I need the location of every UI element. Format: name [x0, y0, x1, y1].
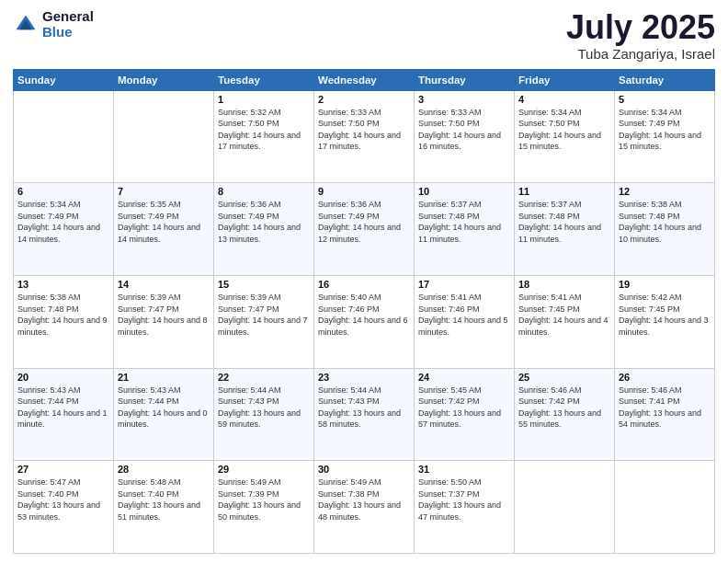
title-block: July 2025 Tuba Zangariya, Israel [566, 9, 715, 62]
day-number: 30 [318, 464, 410, 475]
week-row-3: 13Sunrise: 5:38 AM Sunset: 7:48 PM Dayli… [14, 275, 715, 368]
cell-info: Sunrise: 5:49 AM Sunset: 7:39 PM Dayligh… [218, 477, 310, 523]
calendar-table: SundayMondayTuesdayWednesdayThursdayFrid… [13, 69, 715, 554]
day-number: 11 [518, 186, 610, 197]
day-number: 12 [619, 186, 711, 197]
day-number: 10 [418, 186, 510, 197]
day-number: 16 [318, 279, 410, 290]
cell-info: Sunrise: 5:43 AM Sunset: 7:44 PM Dayligh… [17, 385, 109, 431]
calendar-cell: 2Sunrise: 5:33 AM Sunset: 7:50 PM Daylig… [314, 90, 415, 183]
cell-info: Sunrise: 5:38 AM Sunset: 7:48 PM Dayligh… [619, 199, 711, 245]
day-number: 18 [518, 279, 610, 290]
cell-info: Sunrise: 5:50 AM Sunset: 7:37 PM Dayligh… [418, 477, 510, 523]
cell-info: Sunrise: 5:39 AM Sunset: 7:47 PM Dayligh… [218, 292, 310, 338]
cell-info: Sunrise: 5:41 AM Sunset: 7:45 PM Dayligh… [518, 292, 610, 338]
day-number: 26 [619, 372, 711, 383]
cell-info: Sunrise: 5:35 AM Sunset: 7:49 PM Dayligh… [118, 199, 210, 245]
day-number: 21 [118, 372, 210, 383]
calendar-cell: 7Sunrise: 5:35 AM Sunset: 7:49 PM Daylig… [114, 183, 214, 276]
calendar-cell: 17Sunrise: 5:41 AM Sunset: 7:46 PM Dayli… [415, 275, 515, 368]
day-number: 1 [218, 94, 310, 105]
cell-info: Sunrise: 5:43 AM Sunset: 7:44 PM Dayligh… [118, 385, 210, 431]
calendar-cell: 11Sunrise: 5:37 AM Sunset: 7:48 PM Dayli… [515, 183, 615, 276]
day-number: 20 [17, 372, 109, 383]
day-number: 23 [318, 372, 410, 383]
cell-info: Sunrise: 5:39 AM Sunset: 7:47 PM Dayligh… [118, 292, 210, 338]
calendar-cell: 4Sunrise: 5:34 AM Sunset: 7:50 PM Daylig… [515, 90, 615, 183]
calendar-cell: 8Sunrise: 5:36 AM Sunset: 7:49 PM Daylig… [214, 183, 314, 276]
calendar-cell: 21Sunrise: 5:43 AM Sunset: 7:44 PM Dayli… [114, 368, 214, 461]
calendar-cell: 19Sunrise: 5:42 AM Sunset: 7:45 PM Dayli… [615, 275, 715, 368]
day-number: 7 [118, 186, 210, 197]
logo: General Blue [13, 9, 94, 40]
day-number: 19 [619, 279, 711, 290]
week-row-5: 27Sunrise: 5:47 AM Sunset: 7:40 PM Dayli… [14, 461, 715, 554]
cell-info: Sunrise: 5:37 AM Sunset: 7:48 PM Dayligh… [518, 199, 610, 245]
cell-info: Sunrise: 5:34 AM Sunset: 7:50 PM Dayligh… [518, 107, 610, 153]
weekday-header-thursday: Thursday [415, 69, 515, 90]
day-number: 24 [418, 372, 510, 383]
logo-icon [13, 12, 39, 38]
calendar-cell: 30Sunrise: 5:49 AM Sunset: 7:38 PM Dayli… [314, 461, 415, 554]
calendar-cell: 18Sunrise: 5:41 AM Sunset: 7:45 PM Dayli… [515, 275, 615, 368]
calendar-cell: 5Sunrise: 5:34 AM Sunset: 7:49 PM Daylig… [615, 90, 715, 183]
day-number: 13 [17, 279, 109, 290]
cell-info: Sunrise: 5:44 AM Sunset: 7:43 PM Dayligh… [318, 385, 410, 431]
calendar-page: General Blue July 2025 Tuba Zangariya, I… [0, 0, 728, 563]
day-number: 2 [318, 94, 410, 105]
day-number: 14 [118, 279, 210, 290]
weekday-header-row: SundayMondayTuesdayWednesdayThursdayFrid… [14, 69, 715, 90]
weekday-header-sunday: Sunday [14, 69, 114, 90]
month-title: July 2025 [566, 9, 715, 46]
day-number: 17 [418, 279, 510, 290]
day-number: 25 [518, 372, 610, 383]
weekday-header-wednesday: Wednesday [314, 69, 415, 90]
day-number: 22 [218, 372, 310, 383]
calendar-cell: 26Sunrise: 5:46 AM Sunset: 7:41 PM Dayli… [615, 368, 715, 461]
cell-info: Sunrise: 5:40 AM Sunset: 7:46 PM Dayligh… [318, 292, 410, 338]
weekday-header-friday: Friday [515, 69, 615, 90]
cell-info: Sunrise: 5:33 AM Sunset: 7:50 PM Dayligh… [418, 107, 510, 153]
calendar-cell [615, 461, 715, 554]
weekday-header-saturday: Saturday [615, 69, 715, 90]
day-number: 3 [418, 94, 510, 105]
cell-info: Sunrise: 5:34 AM Sunset: 7:49 PM Dayligh… [619, 107, 711, 153]
day-number: 4 [518, 94, 610, 105]
calendar-cell: 14Sunrise: 5:39 AM Sunset: 7:47 PM Dayli… [114, 275, 214, 368]
logo-blue: Blue [42, 25, 94, 40]
cell-info: Sunrise: 5:47 AM Sunset: 7:40 PM Dayligh… [17, 477, 109, 523]
cell-info: Sunrise: 5:49 AM Sunset: 7:38 PM Dayligh… [318, 477, 410, 523]
cell-info: Sunrise: 5:42 AM Sunset: 7:45 PM Dayligh… [619, 292, 711, 338]
calendar-cell: 10Sunrise: 5:37 AM Sunset: 7:48 PM Dayli… [415, 183, 515, 276]
cell-info: Sunrise: 5:41 AM Sunset: 7:46 PM Dayligh… [418, 292, 510, 338]
calendar-cell [515, 461, 615, 554]
header: General Blue July 2025 Tuba Zangariya, I… [13, 9, 715, 62]
cell-info: Sunrise: 5:37 AM Sunset: 7:48 PM Dayligh… [418, 199, 510, 245]
day-number: 6 [17, 186, 109, 197]
calendar-cell: 12Sunrise: 5:38 AM Sunset: 7:48 PM Dayli… [615, 183, 715, 276]
weekday-header-tuesday: Tuesday [214, 69, 314, 90]
calendar-cell [114, 90, 214, 183]
cell-info: Sunrise: 5:44 AM Sunset: 7:43 PM Dayligh… [218, 385, 310, 431]
calendar-cell: 9Sunrise: 5:36 AM Sunset: 7:49 PM Daylig… [314, 183, 415, 276]
calendar-cell: 31Sunrise: 5:50 AM Sunset: 7:37 PM Dayli… [415, 461, 515, 554]
cell-info: Sunrise: 5:38 AM Sunset: 7:48 PM Dayligh… [17, 292, 109, 338]
calendar-cell: 15Sunrise: 5:39 AM Sunset: 7:47 PM Dayli… [214, 275, 314, 368]
day-number: 28 [118, 464, 210, 475]
cell-info: Sunrise: 5:36 AM Sunset: 7:49 PM Dayligh… [218, 199, 310, 245]
logo-general: General [42, 9, 94, 25]
cell-info: Sunrise: 5:48 AM Sunset: 7:40 PM Dayligh… [118, 477, 210, 523]
calendar-cell: 3Sunrise: 5:33 AM Sunset: 7:50 PM Daylig… [415, 90, 515, 183]
calendar-cell: 25Sunrise: 5:46 AM Sunset: 7:42 PM Dayli… [515, 368, 615, 461]
weekday-header-monday: Monday [114, 69, 214, 90]
day-number: 9 [318, 186, 410, 197]
cell-info: Sunrise: 5:33 AM Sunset: 7:50 PM Dayligh… [318, 107, 410, 153]
calendar-cell [14, 90, 114, 183]
calendar-cell: 16Sunrise: 5:40 AM Sunset: 7:46 PM Dayli… [314, 275, 415, 368]
week-row-1: 1Sunrise: 5:32 AM Sunset: 7:50 PM Daylig… [14, 90, 715, 183]
day-number: 29 [218, 464, 310, 475]
cell-info: Sunrise: 5:36 AM Sunset: 7:49 PM Dayligh… [318, 199, 410, 245]
calendar-cell: 1Sunrise: 5:32 AM Sunset: 7:50 PM Daylig… [214, 90, 314, 183]
cell-info: Sunrise: 5:46 AM Sunset: 7:42 PM Dayligh… [518, 385, 610, 431]
day-number: 31 [418, 464, 510, 475]
